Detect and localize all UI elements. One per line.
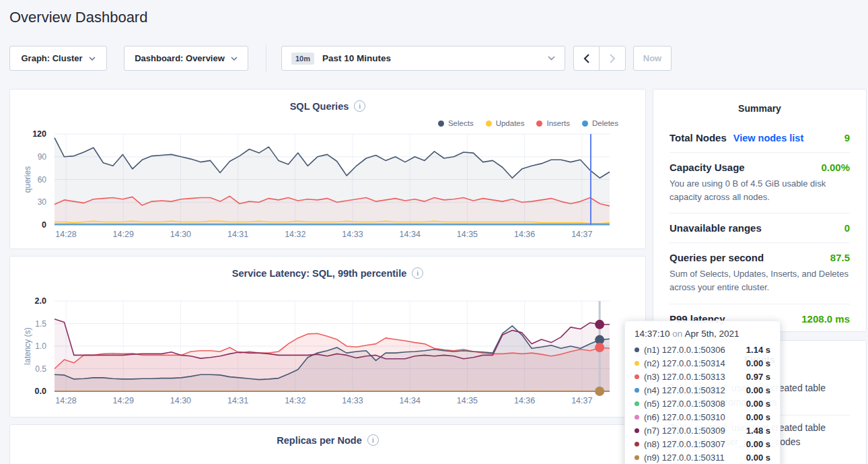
y-axis-labels: 0306090120 [32,129,46,230]
service-latency-chart[interactable]: 0.00.51.01.52.014:2814:2914:3014:3114:32… [10,257,647,418]
svg-text:14:28: 14:28 [55,396,76,405]
tooltip-row: (n3) 127.0.0.1:503130.97 s [635,370,770,383]
svg-text:14:35: 14:35 [457,230,478,239]
svg-text:90: 90 [38,152,47,162]
dashboard-dropdown[interactable]: Dashboard: Overview [124,46,248,71]
svg-text:1.0: 1.0 [35,341,46,351]
svg-text:14:32: 14:32 [285,396,305,405]
tooltip-node-label: (n6) 127.0.0.1:50310 [644,412,742,422]
summary-row-value: 0.00% [821,162,850,173]
summary-row: Capacity Usage0.00%You are using 0 B of … [670,152,850,213]
svg-text:14:31: 14:31 [227,396,248,405]
svg-text:14:37: 14:37 [571,230,592,239]
time-range-badge: 10m [291,53,314,65]
tooltip-node-dot [635,415,639,420]
svg-text:14:37: 14:37 [571,396,592,405]
tooltip-node-dot [635,455,639,460]
graph-dropdown-label: Graph: Cluster [21,53,82,63]
tooltip-row: (n4) 127.0.0.1:503120.00 s [635,384,770,396]
svg-text:14:29: 14:29 [113,230,134,239]
time-range-dropdown[interactable]: 10m Past 10 Minutes [281,46,565,71]
summary-row-head: Queries per second87.5 [670,252,850,263]
tooltip-row: (n6) 127.0.0.1:503100.00 s [635,411,770,423]
svg-text:30: 30 [38,197,47,207]
summary-row-desc: You are using 0 B of 4.5 GiB usable disk… [670,177,850,204]
svg-text:60: 60 [38,175,47,185]
graph-dropdown[interactable]: Graph: Cluster [9,46,107,71]
tooltip-node-dot [635,401,639,406]
tooltip-on: on [672,329,682,339]
page-title: Overview Dashboard [9,9,147,26]
controls-divider [266,44,266,72]
service-latency-panel: Service Latency: SQL, 99th percentile i … [9,256,646,418]
tooltip-node-dot [635,442,639,446]
summary-row-head: Capacity Usage0.00% [670,162,850,173]
tooltip-row: (n1) 127.0.0.1:503061.14 s [635,343,770,356]
summary-row-value: 1208.0 ms [801,313,850,325]
svg-text:14:33: 14:33 [342,396,363,405]
svg-text:14:36: 14:36 [514,230,535,239]
summary-row-head: Total NodesView nodes list9 [670,132,850,143]
tooltip-node-value: 0.00 s [746,399,770,409]
tooltip-node-value: 1.14 s [746,345,770,355]
summary-row-value: 87.5 [830,252,850,263]
svg-text:14:30: 14:30 [170,396,191,405]
hover-dot [595,387,604,396]
view-nodes-link[interactable]: View nodes list [733,133,804,143]
tooltip-date: Apr 5th, 2021 [684,329,739,339]
svg-text:1.5: 1.5 [35,319,46,329]
now-button[interactable]: Now [633,46,672,71]
svg-text:14:31: 14:31 [227,230,248,239]
svg-text:14:30: 14:30 [170,230,191,239]
svg-text:14:36: 14:36 [514,396,535,405]
tooltip-row: (n5) 127.0.0.1:503080.00 s [635,397,770,409]
sql-queries-panel: SQL Queries i SelectsUpdatesInsertsDelet… [9,89,646,249]
overview-dashboard-page: Overview Dashboard Graph: Cluster Dashbo… [0,0,868,464]
hover-dot [595,320,604,329]
summary-row-head: Unavailable ranges0 [670,222,850,234]
time-next-button[interactable] [599,46,626,71]
svg-text:14:32: 14:32 [285,230,305,239]
tooltip-node-value: 0.00 s [746,412,770,422]
y-axis-title: latency (s) [23,327,32,364]
chevron-down-icon [89,57,96,61]
tooltip-time: 14:37:10 [635,329,670,339]
tooltip-node-dot [635,388,639,393]
chevron-right-icon [609,53,616,64]
svg-text:14:34: 14:34 [400,396,421,405]
svg-text:0.0: 0.0 [35,387,46,396]
summary-row-label: Capacity Usage [670,162,745,173]
tooltip-row: (n7) 127.0.0.1:503091.48 s [635,424,770,436]
tooltip-node-value: 0.00 s [746,439,770,449]
tooltip-node-value: 0.00 s [746,385,770,395]
summary-title: Summary [670,103,850,114]
tooltip-node-label: (n9) 127.0.0.1:50311 [644,453,742,463]
dashboard-dropdown-label: Dashboard: Overview [135,53,225,63]
summary-row-label: Unavailable ranges [670,222,762,234]
tooltip-node-dot [635,374,639,379]
tooltip-node-label: (n1) 127.0.0.1:50306 [644,345,742,355]
chevron-down-icon [548,56,555,61]
tooltip-node-label: (n3) 127.0.0.1:50313 [644,372,742,382]
tooltip-node-value: 1.48 s [746,426,770,436]
summary-panel: Summary Total NodesView nodes list9Capac… [653,89,867,332]
tooltip-node-label: (n4) 127.0.0.1:50312 [644,385,742,395]
info-icon[interactable]: i [367,434,379,446]
time-range-label: Past 10 Minutes [322,53,391,63]
tooltip-node-dot [635,361,639,366]
tooltip-row: (n9) 127.0.0.1:503110.00 s [635,451,770,463]
tooltip-header: 14:37:10 on Apr 5th, 2021 [635,329,770,339]
tooltip-node-dot [635,428,639,433]
tooltip-node-label: (n5) 127.0.0.1:50308 [644,399,742,409]
svg-text:14:34: 14:34 [400,230,421,239]
tooltip-node-label: (n7) 127.0.0.1:50309 [644,426,742,436]
chevron-left-icon [583,53,590,64]
svg-text:14:35: 14:35 [457,396,478,405]
tooltip-node-dot [635,347,639,352]
sql-queries-chart[interactable]: 030609012014:2814:2914:3014:3114:3214:33… [10,90,647,250]
summary-row: Total NodesView nodes list9 [670,123,850,152]
svg-text:0.5: 0.5 [35,364,46,374]
tooltip-node-value: 0.00 s [746,453,770,463]
time-prev-button[interactable] [573,46,600,71]
summary-row: Queries per second87.5Sum of Selects, Up… [670,242,850,303]
